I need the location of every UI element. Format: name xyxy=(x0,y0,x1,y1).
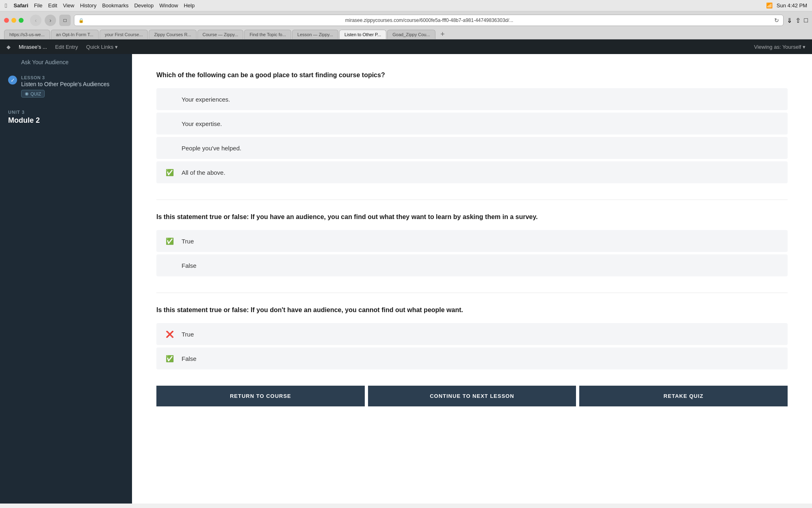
divider-2 xyxy=(156,293,788,293)
answer-2-2-icon xyxy=(165,260,175,271)
menu-safari[interactable]: Safari xyxy=(13,2,28,9)
minimize-window-button[interactable] xyxy=(11,18,16,23)
answer-1-4: ✅ All of the above. xyxy=(156,161,788,183)
other-lesson-title: Ask Your Audience xyxy=(21,59,124,65)
answer-3-1-icon: ❌ xyxy=(165,329,175,339)
sidebar-item-ask-audience[interactable]: Ask Your Audience xyxy=(0,54,132,71)
answer-2-1-icon: ✅ xyxy=(165,236,175,246)
answer-1-1-icon xyxy=(165,94,175,104)
answer-2-1-text: True xyxy=(182,238,194,245)
retake-quiz-button[interactable]: RETAKE QUIZ xyxy=(579,386,788,406)
question-1-text: Which of the following can be a good pla… xyxy=(156,70,788,80)
menu-bookmarks[interactable]: Bookmarks xyxy=(102,2,128,9)
tab-8[interactable]: Goad_Zippy Cou... xyxy=(387,30,435,39)
quiz-icon: ◉ xyxy=(25,91,29,96)
answer-3-1-text: True xyxy=(182,331,194,338)
maximize-window-button[interactable] xyxy=(19,18,24,23)
menu-edit[interactable]: Edit xyxy=(48,2,57,9)
mac-clock: 📶 Sun 4:42 PM xyxy=(766,2,807,9)
site-name[interactable]: Mirasee's ... xyxy=(19,44,47,50)
menu-view[interactable]: View xyxy=(63,2,74,9)
menu-file[interactable]: File xyxy=(34,2,43,9)
tab-1[interactable]: an Opt-In Form T... xyxy=(51,30,99,39)
lesson-info: LESSON 3 Listen to Other People's Audien… xyxy=(21,75,124,98)
edit-entry-link[interactable]: Edit Entry xyxy=(55,44,78,50)
quick-links-menu[interactable]: Quick Links ▾ xyxy=(86,44,118,50)
menu-window[interactable]: Window xyxy=(159,2,178,9)
wifi-icon: 📶 xyxy=(766,2,773,9)
forward-button[interactable]: › xyxy=(45,15,56,26)
lock-icon: 🔒 xyxy=(78,18,84,23)
menu-develop[interactable]: Develop xyxy=(134,2,154,9)
close-window-button[interactable] xyxy=(4,18,9,23)
answer-2-2: False xyxy=(156,254,788,276)
address-text[interactable]: mirasee.zippycourses.com/course/6000fe5a… xyxy=(87,17,772,23)
wp-admin-bar: ◆ Mirasee's ... Edit Entry Quick Links ▾… xyxy=(0,39,812,54)
content-area: Which of the following can be a good pla… xyxy=(132,54,812,504)
answer-1-3-icon xyxy=(165,143,175,153)
answer-3-1: ❌ True xyxy=(156,323,788,345)
menu-history[interactable]: History xyxy=(80,2,96,9)
downloads-icon[interactable]: ⇓ xyxy=(787,17,792,24)
viewing-as-text: Viewing as: Yourself ▾ xyxy=(754,44,806,50)
reload-button[interactable]: ↻ xyxy=(774,17,779,24)
tab-4[interactable]: Course — Zippy... xyxy=(197,30,244,39)
clock-display: Sun 4:42 PM xyxy=(777,2,807,9)
answer-2-2-text: False xyxy=(182,262,197,269)
question-3-text: Is this statement true or false: If you … xyxy=(156,305,788,315)
sidebar-item-listen[interactable]: ✓ LESSON 3 Listen to Other People's Audi… xyxy=(0,71,132,102)
apple-icon:  xyxy=(5,2,7,9)
unit-header: UNIT 3 Module 2 xyxy=(0,102,132,127)
answer-1-1: Your experiences. xyxy=(156,88,788,110)
browser-nav: ‹ › □ 🔒 mirasee.zippycourses.com/course/… xyxy=(4,15,808,26)
answer-1-1-text: Your experiences. xyxy=(182,96,230,103)
return-to-course-button[interactable]: RETURN TO COURSE xyxy=(156,386,365,406)
unit-label: UNIT 3 xyxy=(8,110,124,115)
menu-help[interactable]: Help xyxy=(184,2,195,9)
share-icon[interactable]: ⇧ xyxy=(795,17,801,24)
add-tab-button[interactable]: + xyxy=(438,29,448,39)
module-title: Module 2 xyxy=(8,116,124,125)
traffic-lights[interactable] xyxy=(4,18,24,23)
bottom-actions: RETURN TO COURSE CONTINUE TO NEXT LESSON… xyxy=(156,386,788,406)
browser-chrome: ‹ › □ 🔒 mirasee.zippycourses.com/course/… xyxy=(0,11,812,39)
question-3: Is this statement true or false: If you … xyxy=(156,305,788,369)
tab-7[interactable]: Listen to Other P... xyxy=(339,30,386,39)
answer-1-3: People you've helped. xyxy=(156,137,788,159)
viewing-as[interactable]: Viewing as: Yourself ▾ xyxy=(754,44,806,50)
question-2-text: Is this statement true or false: If you … xyxy=(156,212,788,222)
wp-icon: ◆ xyxy=(6,44,11,50)
answer-1-2-text: Your expertise. xyxy=(182,120,222,127)
answer-1-2-icon xyxy=(165,118,175,129)
browser-tabs: https://s3-us-we... an Opt-In Form T... … xyxy=(4,29,808,39)
tab-0[interactable]: https://s3-us-we... xyxy=(4,30,50,39)
continue-next-lesson-button[interactable]: CONTINUE TO NEXT LESSON xyxy=(368,386,576,406)
answer-1-4-icon: ✅ xyxy=(165,167,175,178)
tab-3[interactable]: Zippy Courses R... xyxy=(149,30,196,39)
lesson-complete-icon: ✓ xyxy=(8,76,17,85)
sidebar: Ask Your Audience ✓ LESSON 3 Listen to O… xyxy=(0,54,132,504)
tab-5[interactable]: Find the Topic fo... xyxy=(244,30,291,39)
question-1: Which of the following can be a good pla… xyxy=(156,70,788,183)
new-tab-icon[interactable]: □ xyxy=(804,17,808,24)
tab-2[interactable]: your First Course... xyxy=(100,30,148,39)
answer-1-4-text: All of the above. xyxy=(182,169,225,176)
tab-6[interactable]: Lesson — Zippy... xyxy=(292,30,338,39)
answer-3-2-icon: ✅ xyxy=(165,353,175,364)
answer-2-1: ✅ True xyxy=(156,230,788,252)
divider-1 xyxy=(156,200,788,200)
main-layout: Ask Your Audience ✓ LESSON 3 Listen to O… xyxy=(0,54,812,504)
question-2: Is this statement true or false: If you … xyxy=(156,212,788,276)
quiz-label: QUIZ xyxy=(30,91,41,96)
address-bar[interactable]: 🔒 mirasee.zippycourses.com/course/6000fe… xyxy=(74,15,784,26)
mac-menu[interactable]: Safari File Edit View History Bookmarks … xyxy=(13,2,195,9)
answer-1-3-text: People you've helped. xyxy=(182,145,241,152)
quiz-badge: ◉ QUIZ xyxy=(21,90,45,98)
tab-view-button[interactable]: □ xyxy=(59,15,71,26)
lesson-number: LESSON 3 xyxy=(21,75,124,80)
mac-menu-bar:  Safari File Edit View History Bookmark… xyxy=(0,0,812,11)
answer-1-2: Your expertise. xyxy=(156,113,788,135)
lesson-title: Listen to Other People's Audiences xyxy=(21,81,124,87)
answer-3-2-text: False xyxy=(182,355,197,362)
back-button[interactable]: ‹ xyxy=(30,15,41,26)
